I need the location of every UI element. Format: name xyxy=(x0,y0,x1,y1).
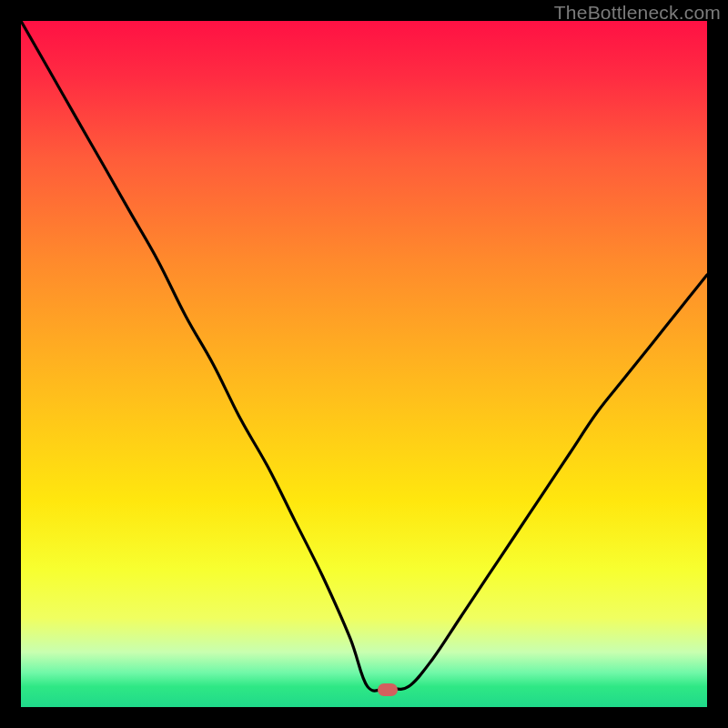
watermark-text: TheBottleneck.com xyxy=(554,2,721,24)
bottleneck-curve xyxy=(21,21,707,707)
optimum-marker xyxy=(378,683,398,696)
chart-frame: TheBottleneck.com xyxy=(0,0,728,728)
curve-path xyxy=(21,21,707,691)
plot-area xyxy=(21,21,707,707)
